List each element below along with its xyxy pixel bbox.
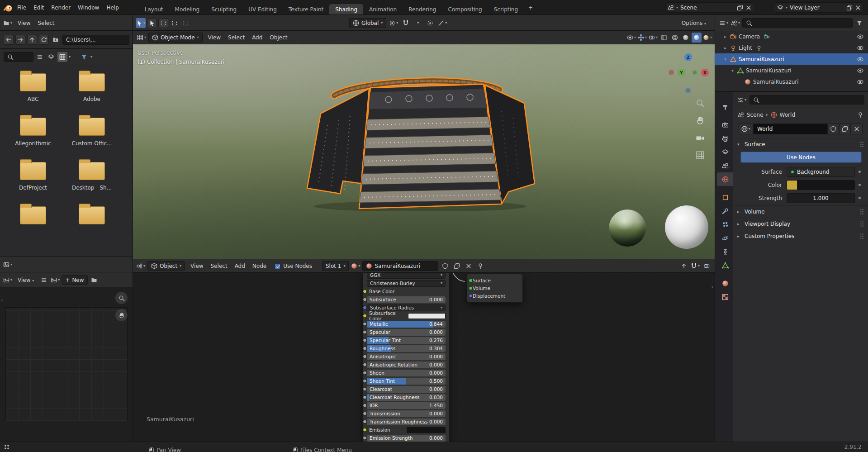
- shading-material-preview-button[interactable]: [692, 33, 702, 43]
- breadcrumb-world[interactable]: World: [780, 112, 795, 118]
- tab-modeling[interactable]: Modeling: [169, 4, 206, 15]
- viewport-menu-view[interactable]: View: [204, 33, 224, 42]
- float-socket[interactable]: [363, 371, 367, 375]
- float-socket[interactable]: [363, 322, 367, 326]
- panel-drag-handle[interactable]: [860, 233, 864, 239]
- topbar-menu-window[interactable]: Window: [74, 3, 103, 12]
- proportional-edit-button[interactable]: [425, 18, 435, 28]
- unlink-scene-icon[interactable]: [745, 5, 752, 11]
- shader-menu-select[interactable]: Select: [207, 262, 231, 271]
- mode-dropdown[interactable]: Object Mode▾: [148, 33, 203, 43]
- float-socket[interactable]: [363, 363, 367, 367]
- material-output-node[interactable]: SurfaceVolumeDisplacement: [467, 274, 523, 303]
- viewport-menu-object[interactable]: Object: [266, 33, 291, 42]
- new-image-button[interactable]: +New: [62, 275, 87, 285]
- properties-tab-particles[interactable]: [717, 218, 733, 231]
- node-snap-button[interactable]: ▾: [690, 261, 700, 271]
- output-row-displacement[interactable]: Displacement: [473, 292, 519, 299]
- outliner-row-material[interactable]: SamuraiKusazuri: [715, 76, 868, 87]
- select-extend-button[interactable]: [170, 18, 180, 28]
- panel-drag-handle[interactable]: [860, 221, 864, 227]
- topbar-menu-file[interactable]: File: [14, 3, 30, 12]
- outliner-row-mesh-data[interactable]: ▾SamuraiKusazuri: [715, 65, 868, 76]
- editor-type-button[interactable]: ▾: [737, 95, 747, 105]
- path-field[interactable]: C:\Users\...: [62, 35, 129, 45]
- xray-toggle-button[interactable]: [659, 33, 669, 43]
- collapsed-menus-button[interactable]: [39, 275, 49, 285]
- fake-user-button[interactable]: [827, 124, 839, 134]
- pin-icon[interactable]: [857, 112, 863, 118]
- bsdf-row-sheen-tint[interactable]: Sheen Tint0.500: [367, 378, 446, 385]
- visibility-eye-icon[interactable]: [857, 45, 863, 51]
- scene-selector[interactable]: ▾ Scene: [665, 2, 754, 13]
- folder-item-allegorithmic[interactable]: Allegorithmic: [8, 118, 58, 147]
- file-search-input[interactable]: [4, 52, 33, 62]
- bsdf-row-base-color[interactable]: Base Color: [367, 288, 446, 295]
- properties-tab-output[interactable]: [717, 132, 733, 145]
- output-row-volume[interactable]: Volume: [473, 285, 519, 291]
- slot-dropdown[interactable]: Slot 1▾: [322, 261, 349, 271]
- zoom-gizmo[interactable]: [115, 292, 128, 304]
- pivot-point-button[interactable]: ▾: [389, 18, 398, 28]
- open-image-button[interactable]: [89, 275, 99, 285]
- tab-texture-paint[interactable]: Texture Paint: [283, 4, 329, 15]
- display-horizontal-list-button[interactable]: [46, 52, 56, 62]
- file-browser-menu-select[interactable]: Select: [34, 19, 58, 28]
- topbar-menu-edit[interactable]: Edit: [30, 3, 47, 12]
- disclosure-icon[interactable]: ▸: [723, 34, 728, 39]
- refresh-button[interactable]: [39, 35, 49, 45]
- outliner-row-light[interactable]: ▸Light: [715, 42, 868, 53]
- principled-bsdf-node[interactable]: GGX▾Christensen-Burley▾Base ColorSubsurf…: [363, 273, 450, 442]
- pin-button[interactable]: [475, 261, 485, 271]
- panel-header-volume[interactable]: ▸Volume: [733, 205, 868, 218]
- tab-scripting[interactable]: Scripting: [488, 4, 524, 15]
- axis-x-ball[interactable]: X: [701, 69, 709, 76]
- bsdf-row-subsurface[interactable]: Subsurface0.000: [367, 296, 446, 304]
- new-scene-icon[interactable]: [737, 5, 743, 11]
- animate-decorator[interactable]: [859, 184, 861, 186]
- panel-header-viewport-display[interactable]: ▸Viewport Display: [733, 218, 868, 230]
- bsdf-row-specular[interactable]: Specular0.000: [367, 329, 446, 336]
- viewport-zoom-icon[interactable]: [696, 99, 705, 108]
- bsdf-row-metallic[interactable]: Metallic0.844: [367, 321, 446, 328]
- shader-socket[interactable]: [469, 278, 473, 282]
- float-socket[interactable]: [363, 387, 367, 391]
- bsdf-row-emission[interactable]: Emission: [367, 427, 446, 434]
- shader-menu-node[interactable]: Node: [249, 262, 270, 271]
- use-nodes-checkbox[interactable]: Use Nodes: [275, 263, 312, 269]
- fake-user-button[interactable]: [440, 261, 450, 271]
- bsdf-row-clearcoat-roughness[interactable]: Clearcoat Roughness0.030: [367, 394, 446, 401]
- folder-item-custom-offic[interactable]: Custom Offic...: [67, 118, 117, 147]
- outliner-search-input[interactable]: [742, 18, 853, 28]
- folder-item-desktop-sh[interactable]: Desktop - Sh...: [67, 162, 117, 191]
- axis-z-ball[interactable]: Z: [684, 53, 692, 61]
- tab-shading[interactable]: Shading: [329, 4, 363, 15]
- world-name-field[interactable]: World: [753, 124, 827, 134]
- bsdf-row-sheen[interactable]: Sheen0.000: [367, 370, 446, 377]
- select-box-button[interactable]: [158, 18, 168, 28]
- display-vertical-list-button[interactable]: [35, 52, 45, 62]
- properties-tab-viewlayer[interactable]: [717, 145, 733, 159]
- bsdf-row-anisotropic-rotation[interactable]: Anisotropic Rotation0.000: [367, 362, 446, 369]
- properties-tab-world[interactable]: [717, 172, 733, 186]
- image-editor-canvas[interactable]: ‹: [0, 287, 133, 442]
- bsdf-row-ior[interactable]: IOR1.450: [367, 402, 446, 409]
- browse-world-button[interactable]: ▾: [739, 124, 753, 134]
- surface-shader-select[interactable]: Background: [787, 167, 855, 177]
- editor-type-button[interactable]: ▾: [3, 260, 13, 270]
- bsdf-row-anisotropic[interactable]: Anisotropic0.000: [367, 353, 446, 361]
- new-material-button[interactable]: [452, 261, 462, 271]
- vector-socket[interactable]: [469, 294, 473, 298]
- properties-tab-material[interactable]: [717, 276, 733, 290]
- folder-item-abc[interactable]: ABC: [8, 73, 58, 102]
- float-socket[interactable]: [363, 436, 367, 440]
- color-swatch[interactable]: [407, 427, 446, 433]
- tab-compositing[interactable]: Compositing: [442, 4, 488, 15]
- forward-button[interactable]: [15, 35, 25, 45]
- properties-tab-data[interactable]: [717, 258, 733, 272]
- tab-layout[interactable]: Layout: [139, 4, 169, 15]
- snap-toggle-button[interactable]: [401, 18, 411, 28]
- shading-solid-button[interactable]: [681, 33, 691, 43]
- float-socket[interactable]: [363, 347, 367, 351]
- bsdf-row-specular-tint[interactable]: Specular Tint0.276: [367, 337, 446, 344]
